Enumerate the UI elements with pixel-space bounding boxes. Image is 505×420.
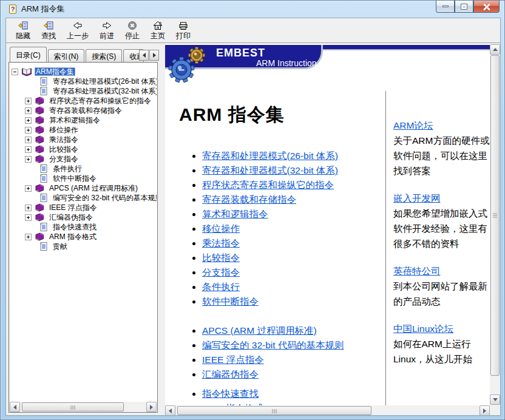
topic-link[interactable]: 算术和逻辑指令	[202, 209, 268, 219]
tree-item-label[interactable]: 程序状态寄存器和操纵它的指令	[48, 97, 152, 105]
tree-item-label[interactable]: 软件中断指令	[52, 174, 98, 183]
restore-button[interactable]	[455, 1, 473, 13]
expand-plus-box[interactable]	[25, 98, 32, 104]
related-link[interactable]: 嵌入开发网	[393, 193, 441, 203]
tree-item-label[interactable]: 条件执行	[52, 164, 83, 173]
tree-item-label[interactable]: APCS (ARM 过程调用标准)	[48, 184, 139, 192]
scroll-left-button[interactable]	[10, 402, 20, 412]
tree-item-label[interactable]: 比较指令	[48, 145, 80, 154]
topic-link[interactable]: 指令快速查找	[202, 388, 259, 399]
topic-link[interactable]: 寄存器和处理器模式(26-bit 体系)	[202, 151, 338, 161]
tree-item[interactable]: 条件执行	[10, 164, 157, 174]
tree-horizontal-scrollbar[interactable]	[10, 402, 157, 412]
tree-item-label[interactable]: 汇编器伪指令	[48, 213, 94, 222]
scroll-right-button[interactable]	[480, 405, 490, 415]
tree-item[interactable]: 移位操作	[10, 125, 157, 135]
topic-horizontal-scrollbar[interactable]	[165, 405, 490, 415]
tab-search[interactable]: 搜索(S)	[86, 49, 122, 62]
collapse-minus-box[interactable]	[12, 69, 18, 75]
tree-item-label[interactable]: 寄存器和处理器模式(32-bit 体系)	[52, 87, 157, 95]
expand-plus-box[interactable]	[25, 137, 32, 143]
scroll-up-button[interactable]	[490, 44, 500, 55]
topic-link[interactable]: 编写安全的 32-bit 代码的基本规则	[202, 340, 344, 350]
tree-item[interactable]: ARM 指令格式	[10, 232, 157, 242]
tree-item-label[interactable]: ARM指令集	[35, 67, 75, 76]
tree-item[interactable]: 分支指令	[10, 154, 157, 164]
scrollbar-thumb[interactable]	[177, 406, 371, 415]
tree-item[interactable]: 寄存器装载和存储指令	[10, 106, 157, 115]
minimize-button[interactable]	[436, 1, 455, 13]
tab-scroll-right-button[interactable]	[149, 50, 159, 61]
back-button[interactable]: 上一步	[62, 19, 93, 42]
tree-item-label[interactable]: 乘法指令	[48, 135, 80, 144]
topic-link[interactable]: 寄存器装载和存储指令	[202, 194, 296, 205]
topic-list-item: IEEE 浮点指令	[202, 354, 384, 368]
tree-item-label[interactable]: 指令快速查找	[52, 223, 98, 231]
scrollbar-thumb[interactable]	[490, 55, 500, 376]
tree-item[interactable]: 乘法指令	[10, 135, 157, 144]
expand-plus-box[interactable]	[25, 127, 32, 134]
tree-item[interactable]: 程序状态寄存器和操纵它的指令	[10, 96, 157, 106]
tree-item[interactable]: 软件中断指令	[10, 174, 157, 183]
tree-item-label[interactable]: 编写安全的 32-bit 代码的基本规则	[52, 194, 157, 202]
tab-contents[interactable]: 目录(C)	[10, 47, 47, 62]
tree-item-label[interactable]: ARM 指令格式	[48, 232, 98, 241]
topic-link[interactable]: 移位操作	[202, 223, 240, 234]
tree-item-label[interactable]: 寄存器和处理器模式(26-bit 体系)	[52, 77, 157, 86]
scroll-left-button[interactable]	[165, 405, 175, 415]
related-link[interactable]: 中国Linux论坛	[393, 323, 453, 334]
scrollbar-thumb[interactable]	[22, 402, 124, 412]
expand-plus-box[interactable]	[25, 146, 32, 153]
topic-link[interactable]: 汇编器伪指令	[202, 369, 259, 379]
tree-item[interactable]: 寄存器和处理器模式(26-bit 体系)	[10, 76, 157, 86]
forward-button[interactable]: 前进	[95, 19, 119, 42]
titlebar[interactable]: ? ARM 指令集	[1, 1, 505, 18]
scroll-right-button[interactable]	[146, 402, 157, 412]
topic-link[interactable]: 乘法指令	[202, 238, 240, 248]
expand-plus-box[interactable]	[25, 205, 32, 211]
tab-index[interactable]: 索引(N)	[48, 49, 85, 62]
expand-plus-box[interactable]	[25, 156, 32, 163]
tree-item[interactable]: ARM指令集	[10, 67, 157, 76]
tab-scroll-left-button[interactable]	[139, 50, 149, 61]
tree-item-label[interactable]: 移位操作	[48, 126, 80, 134]
tree-item[interactable]: 贡献	[10, 242, 157, 251]
expand-plus-box[interactable]	[25, 107, 32, 114]
topic-link[interactable]: APCS (ARM 过程调用标准)	[202, 325, 317, 336]
topic-link[interactable]: 寄存器和处理器模式(32-bit 体系)	[202, 165, 338, 175]
tree-item[interactable]: 寄存器和处理器模式(32-bit 体系)	[10, 86, 157, 96]
related-link[interactable]: ARM论坛	[393, 120, 433, 130]
tree-item-label[interactable]: 算术和逻辑指令	[48, 116, 101, 124]
expand-plus-box[interactable]	[25, 214, 32, 221]
tree-item-label[interactable]: 贡献	[52, 242, 69, 251]
tree-item[interactable]: 编写安全的 32-bit 代码的基本规则	[10, 193, 157, 203]
home-button[interactable]: 主页	[146, 19, 170, 42]
tree-item-label[interactable]: 分支指令	[48, 155, 80, 163]
topic-link[interactable]: 程序状态寄存器和操纵它的指令	[202, 180, 334, 190]
topic-link[interactable]: 分支指令	[202, 267, 240, 277]
topic-link[interactable]: 条件执行	[202, 282, 240, 292]
tree-item-label[interactable]: IEEE 浮点指令	[48, 203, 98, 212]
related-link[interactable]: 英蓓特公司	[393, 266, 441, 276]
tree-item[interactable]: 比较指令	[10, 144, 157, 154]
print-button[interactable]: 打印	[171, 19, 195, 42]
tree-item-label[interactable]: 寄存器装载和存储指令	[48, 106, 123, 115]
scroll-down-button[interactable]	[490, 395, 500, 405]
locate-button[interactable]: 查找	[36, 19, 61, 42]
topic-link[interactable]: 比较指令	[202, 252, 240, 263]
stop-button[interactable]: 停止	[120, 19, 144, 42]
hide-button[interactable]: 隐藏	[11, 19, 35, 42]
tree-item[interactable]: IEEE 浮点指令	[10, 203, 157, 212]
tree-item[interactable]: 指令快速查找	[10, 222, 157, 232]
close-button[interactable]	[473, 1, 500, 13]
tree-item[interactable]: 算术和逻辑指令	[10, 115, 157, 125]
topic-link[interactable]: IEEE 浮点指令	[202, 354, 264, 365]
topic-vertical-scrollbar[interactable]	[490, 44, 500, 405]
pane-splitter[interactable]	[160, 44, 165, 415]
tree-item[interactable]: 汇编器伪指令	[10, 212, 157, 222]
topic-link[interactable]: 软件中断指令	[202, 296, 259, 307]
expand-plus-box[interactable]	[25, 234, 32, 240]
tree-item[interactable]: APCS (ARM 过程调用标准)	[10, 183, 157, 193]
expand-plus-box[interactable]	[25, 117, 32, 124]
expand-plus-box[interactable]	[25, 185, 32, 192]
